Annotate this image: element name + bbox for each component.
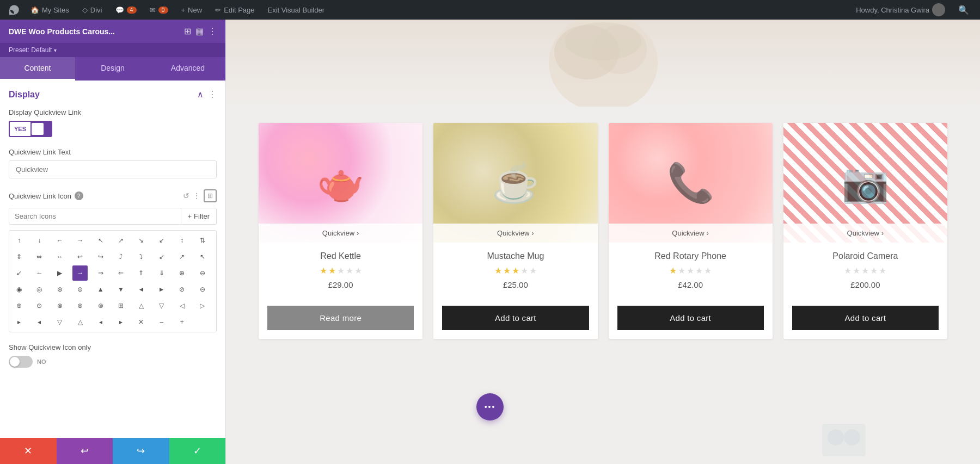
admin-bar-divi[interactable]: ◇ Divi [77,0,108,20]
section-collapse-icon[interactable]: ∧ [197,89,204,100]
add-to-cart-button[interactable]: Add to cart [442,306,589,330]
icon-cell[interactable]: ↑ [11,233,27,248]
icon-cell[interactable]: ⊗ [52,298,68,313]
panel-layout-icon[interactable]: ▦ [195,26,204,36]
panel-grid-icon[interactable]: ⊞ [184,26,191,36]
icon-cell[interactable]: ▸ [113,314,128,330]
icon-reset-button[interactable]: ↺ [183,191,189,200]
icon-cell[interactable]: ← [32,265,47,281]
icon-cell[interactable]: ↙ [154,233,169,248]
save-button[interactable]: ✓ [169,438,226,464]
admin-user-greeting[interactable]: Howdy, Christina Gwira [850,0,951,20]
quickview-overlay[interactable]: Quickview › [609,224,773,243]
icon-cell[interactable]: ⊙ [32,298,47,313]
tab-advanced[interactable]: Advanced [150,57,225,81]
icon-cell[interactable]: ◄ [133,282,149,297]
icon-cell[interactable]: ↙ [11,265,27,281]
icon-cell[interactable]: ⊜ [72,282,88,297]
quickview-overlay[interactable]: Quickview › [783,224,947,243]
icon-cell[interactable]: ⊕ [11,298,27,313]
panel-menu-icon[interactable]: ⋮ [208,26,217,36]
admin-bar-comments[interactable]: 💬 4 [110,0,142,20]
admin-bar-edit-page[interactable]: ✏ Edit Page [210,0,260,20]
icon-cell[interactable]: ↕ [174,233,189,248]
icon-cell[interactable]: ⊖ [195,265,210,281]
icon-help-button[interactable]: ? [75,191,83,200]
icon-cell[interactable]: ← [52,233,68,248]
section-menu-icon[interactable]: ⋮ [208,89,217,100]
icon-cell[interactable]: ◂ [32,314,47,330]
icon-cell[interactable]: ⊛ [72,298,88,313]
icon-cell[interactable]: ⊛ [52,282,68,297]
icon-cell[interactable]: ▷ [195,298,210,313]
icon-cell[interactable]: ⇔ [32,249,47,264]
icon-cell[interactable]: ⊜ [93,298,108,313]
icon-cell[interactable]: ⇕ [11,249,27,264]
icon-cell[interactable]: ▶ [52,265,68,281]
icon-cell[interactable]: ◉ [11,282,27,297]
icon-cell[interactable]: ◎ [32,282,47,297]
icon-cell[interactable]: ◁ [174,298,189,313]
wp-logo-icon[interactable] [5,1,23,18]
icon-cell[interactable]: ⊝ [195,282,210,297]
icon-cell[interactable]: ▸ [11,314,27,330]
icon-filter-button[interactable]: + Filter [181,208,216,224]
icon-cell[interactable]: ▼ [113,282,128,297]
quickview-overlay[interactable]: Quickview › [259,224,422,243]
icon-cell[interactable]: ↩ [72,249,88,264]
icon-search-input[interactable] [9,208,181,224]
icon-cell[interactable]: ✕ [133,314,149,330]
quickview-text-input[interactable] [9,160,217,178]
icon-cell[interactable]: → [72,265,88,281]
icon-cell[interactable]: ↖ [93,233,108,248]
tab-content[interactable]: Content [0,57,75,81]
icon-cell[interactable]: ⇒ [93,265,108,281]
icon-cell[interactable]: ⊘ [174,282,189,297]
tab-design[interactable]: Design [75,57,150,81]
admin-bar-my-sites[interactable]: 🏠 My Sites [25,0,75,20]
icon-cell[interactable]: ↓ [32,233,47,248]
quickview-link-toggle[interactable]: YES [9,121,52,137]
icon-cell[interactable]: ↙ [154,249,169,264]
icon-cell[interactable]: ⇐ [113,265,128,281]
cancel-button[interactable]: ✕ [0,438,57,464]
icon-cell[interactable]: ▽ [154,298,169,313]
icon-cell[interactable]: ↔ [52,249,68,264]
icon-cell[interactable]: ↪ [93,249,108,264]
icon-cell[interactable]: ⊞ [113,298,128,313]
add-to-cart-button[interactable]: Add to cart [792,306,939,330]
icon-cell[interactable]: ⇅ [195,233,210,248]
quickview-overlay[interactable]: Quickview › [433,224,597,243]
icon-cell[interactable]: ↗ [174,249,189,264]
undo-button[interactable]: ↩ [57,438,113,464]
icon-cell[interactable]: △ [133,298,149,313]
admin-bar-new[interactable]: + New [176,0,208,20]
fab-button[interactable]: ••• [476,393,504,420]
add-to-cart-button[interactable]: Add to cart [617,306,764,330]
redo-button[interactable]: ↪ [113,438,169,464]
icon-cell[interactable]: ▲ [93,282,108,297]
icon-cell[interactable]: ► [154,282,169,297]
icon-cell[interactable]: ⇓ [154,265,169,281]
icon-cell[interactable]: ⇑ [133,265,149,281]
read-more-button[interactable]: Read more [267,306,414,330]
admin-bar-exit-builder[interactable]: Exit Visual Builder [262,0,330,20]
admin-search-icon[interactable]: 🔍 [953,5,975,15]
icon-cell[interactable]: ⤵ [133,249,149,264]
icon-cell[interactable]: ⤴ [113,249,128,264]
icon-cell[interactable]: + [174,314,189,330]
icon-more-button[interactable]: ⋮ [193,191,200,200]
icon-target-button[interactable]: ⊞ [204,189,217,202]
icon-cell[interactable]: ↘ [133,233,149,248]
icon-cell[interactable]: – [154,314,169,330]
icon-cell[interactable]: ▽ [52,314,68,330]
show-quickview-toggle[interactable] [9,356,33,368]
admin-bar-messages[interactable]: ✉ 0 [144,0,174,20]
icon-cell[interactable]: → [72,233,88,248]
icon-cell[interactable]: ◂ [93,314,108,330]
icon-cell[interactable]: ↗ [113,233,128,248]
icon-cell[interactable]: ↖ [195,249,210,264]
icon-cell[interactable]: ⊕ [174,265,189,281]
preset-dropdown-arrow[interactable]: ▾ [54,47,57,53]
icon-cell[interactable]: △ [72,314,88,330]
